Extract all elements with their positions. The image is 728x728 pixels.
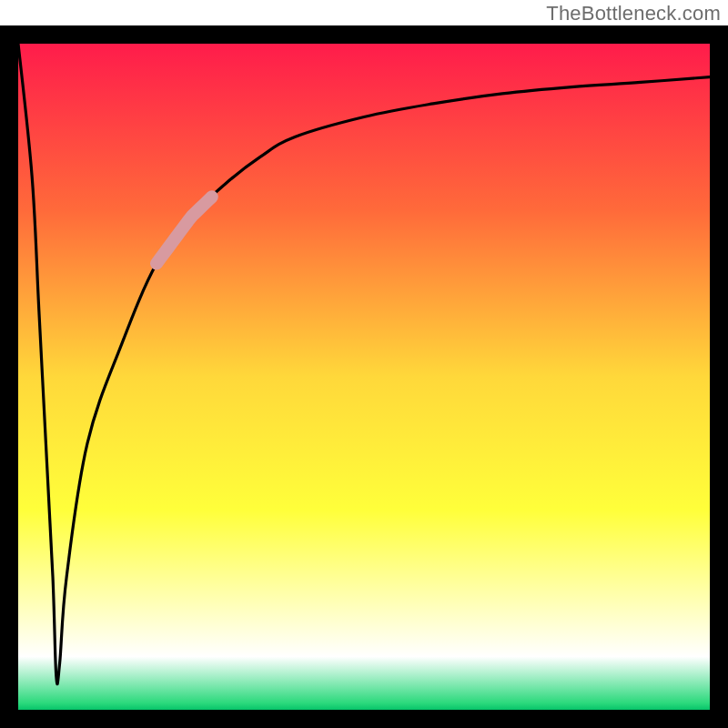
plot-area [18, 44, 710, 710]
svg-rect-0 [18, 44, 710, 710]
frame-border-bottom [0, 710, 728, 728]
frame-border-right [710, 25, 728, 728]
watermark-text: TheBottleneck.com [546, 2, 721, 25]
chart-frame: TheBottleneck.com [0, 0, 728, 728]
frame-border-left [0, 25, 18, 728]
background-gradient [18, 44, 710, 710]
frame-border-top [0, 25, 728, 44]
